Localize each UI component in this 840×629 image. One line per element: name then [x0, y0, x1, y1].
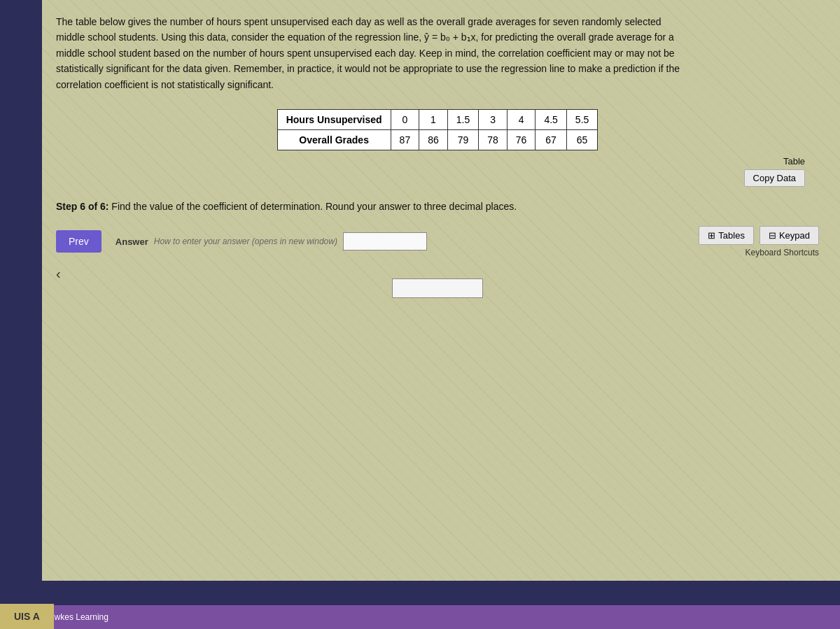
problem-description: The table below gives the number of hour… [56, 14, 686, 92]
data-table-container: Hours Unsupervised 0 1 1.5 3 4 4.5 5.5 O… [56, 109, 819, 150]
step-number: Step 6 of 6: [56, 201, 108, 212]
tools-section: ⊞ Tables ⊟ Keypad Keyboard Shortcuts [699, 226, 819, 257]
hours-val-3: 3 [479, 109, 507, 129]
keypad-label: Keypad [779, 230, 810, 241]
hours-val-1: 1 [419, 109, 448, 129]
sidebar-toggle[interactable]: ‹ [56, 266, 61, 282]
grade-val-6: 65 [566, 129, 597, 150]
step-text-content: Find the value of the coefficient of det… [111, 201, 517, 212]
overall-grades-header: Overall Grades [277, 129, 391, 150]
problem-text-content: The table below gives the number of hour… [56, 16, 680, 90]
answer-input[interactable] [343, 232, 427, 250]
hours-unsupervised-header: Hours Unsupervised [277, 109, 391, 129]
tables-label: Tables [718, 230, 745, 241]
table-actions: Table Copy Data [56, 156, 819, 187]
grade-val-1: 86 [419, 129, 448, 150]
main-content: ‹ The table below gives the number of ho… [42, 0, 840, 581]
prev-button[interactable]: Prev [56, 230, 102, 253]
grade-val-3: 78 [479, 129, 507, 150]
hours-val-0: 0 [391, 109, 419, 129]
answer-input-area [56, 278, 819, 298]
footer: © 2021 Hawkes Learning [0, 605, 840, 629]
grade-val-2: 79 [447, 129, 478, 150]
tables-icon: ⊞ [708, 230, 715, 241]
table-row-grades: Overall Grades 87 86 79 78 76 67 65 [277, 129, 598, 150]
hours-val-2: 1.5 [447, 109, 478, 129]
data-table: Hours Unsupervised 0 1 1.5 3 4 4.5 5.5 O… [277, 109, 598, 150]
tables-button[interactable]: ⊞ Tables [699, 226, 754, 245]
answer-input-center[interactable] [392, 278, 483, 298]
table-label: Table [783, 156, 805, 167]
answer-label: Answer [115, 236, 148, 247]
step-instruction: Step 6 of 6: Find the value of the coeff… [56, 201, 819, 212]
table-row-hours: Hours Unsupervised 0 1 1.5 3 4 4.5 5.5 [277, 109, 598, 129]
taskbar-label: UIS A [14, 611, 40, 622]
hours-val-5: 4.5 [536, 109, 566, 129]
answer-hint-link[interactable]: How to enter your answer (opens in new w… [154, 236, 337, 246]
hours-val-4: 4 [507, 109, 536, 129]
hours-val-6: 5.5 [566, 109, 597, 129]
grade-val-4: 76 [507, 129, 536, 150]
keyboard-shortcuts-label: Keyboard Shortcuts [746, 248, 819, 257]
taskbar-item[interactable]: UIS A [0, 604, 54, 629]
bottom-navigation: Prev Answer How to enter your answer (op… [56, 226, 819, 257]
grade-val-0: 87 [391, 129, 419, 150]
keypad-button[interactable]: ⊟ Keypad [760, 226, 819, 245]
keypad-icon: ⊟ [769, 230, 776, 241]
grade-val-5: 67 [536, 129, 566, 150]
tool-buttons-row: ⊞ Tables ⊟ Keypad [699, 226, 819, 245]
copy-data-button[interactable]: Copy Data [744, 169, 805, 187]
answer-section: Answer How to enter your answer (opens i… [115, 232, 699, 250]
